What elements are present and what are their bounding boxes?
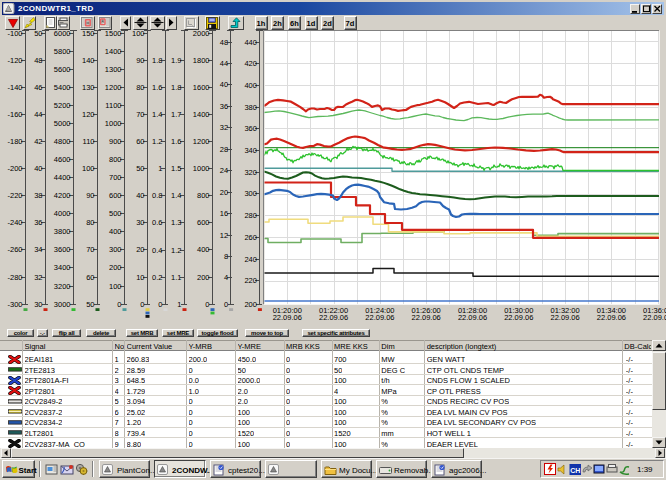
svg-text:8: 8 xyxy=(224,252,228,261)
svg-text:0.6: 0.6 xyxy=(152,218,162,227)
svg-text:-260: -260 xyxy=(7,245,22,254)
svg-text:-100: -100 xyxy=(7,30,22,38)
svg-text:0: 0 xyxy=(224,300,228,309)
svg-text:-300: -300 xyxy=(7,300,22,309)
svg-text:1.2: 1.2 xyxy=(171,246,181,255)
svg-text:1000: 1000 xyxy=(105,119,122,128)
svg-text:3400: 3400 xyxy=(54,263,71,272)
svg-text:2000: 2000 xyxy=(193,30,210,38)
svg-text:1300: 1300 xyxy=(105,65,122,74)
svg-text:400: 400 xyxy=(244,81,257,90)
svg-text:4000: 4000 xyxy=(54,209,71,218)
svg-text:-180: -180 xyxy=(7,137,22,146)
svg-text:6000: 6000 xyxy=(54,30,71,38)
svg-text:10: 10 xyxy=(136,273,144,282)
svg-text:5000: 5000 xyxy=(54,119,71,128)
svg-text:800: 800 xyxy=(109,155,122,164)
svg-text:300: 300 xyxy=(109,245,122,254)
svg-text:50: 50 xyxy=(86,300,94,309)
svg-text:260: 260 xyxy=(244,233,257,242)
svg-text:5800: 5800 xyxy=(54,47,71,56)
svg-text:70: 70 xyxy=(136,110,144,119)
svg-text:1800: 1800 xyxy=(193,56,210,65)
svg-text:3600: 3600 xyxy=(54,245,71,254)
svg-text:4400: 4400 xyxy=(54,173,71,182)
svg-text:-220: -220 xyxy=(7,191,22,200)
svg-text:1200: 1200 xyxy=(193,137,210,146)
svg-text:3800: 3800 xyxy=(54,227,71,236)
svg-text:380: 380 xyxy=(244,103,257,112)
svg-text:90: 90 xyxy=(136,56,144,65)
svg-text:240: 240 xyxy=(244,255,257,264)
svg-text:5600: 5600 xyxy=(54,65,71,74)
svg-text:0.2: 0.2 xyxy=(152,273,162,282)
svg-text:140: 140 xyxy=(82,56,95,65)
svg-text:200: 200 xyxy=(109,263,122,272)
svg-text:48: 48 xyxy=(220,38,228,47)
svg-text:0: 0 xyxy=(158,300,162,309)
svg-text:1: 1 xyxy=(158,164,162,173)
svg-text:4800: 4800 xyxy=(54,137,71,146)
svg-text:100: 100 xyxy=(109,282,122,291)
svg-text:1400: 1400 xyxy=(105,47,122,56)
svg-text:-140: -140 xyxy=(7,83,22,92)
svg-text:42: 42 xyxy=(34,137,42,146)
svg-text:0: 0 xyxy=(140,300,144,309)
svg-text:1.8: 1.8 xyxy=(171,83,181,92)
svg-text:1500: 1500 xyxy=(105,30,122,38)
svg-text:1: 1 xyxy=(177,300,181,309)
svg-text:100: 100 xyxy=(82,164,95,173)
svg-text:100: 100 xyxy=(132,30,145,38)
svg-text:-120: -120 xyxy=(7,56,22,65)
svg-text:38: 38 xyxy=(34,191,42,200)
svg-text:1100: 1100 xyxy=(105,101,121,110)
svg-text:400: 400 xyxy=(109,227,122,236)
svg-text:200: 200 xyxy=(197,273,210,282)
svg-text:50: 50 xyxy=(34,30,42,38)
svg-text:22.09.06: 22.09.06 xyxy=(412,313,441,322)
svg-text:440: 440 xyxy=(244,38,257,47)
svg-text:22.09.06: 22.09.06 xyxy=(458,313,487,322)
svg-text:1.7: 1.7 xyxy=(171,110,181,119)
svg-text:1.4: 1.4 xyxy=(152,110,162,119)
svg-text:340: 340 xyxy=(244,146,257,155)
svg-text:280: 280 xyxy=(244,211,257,220)
svg-text:1.2: 1.2 xyxy=(152,137,162,146)
svg-text:22.09.06: 22.09.06 xyxy=(319,313,348,322)
svg-text:40: 40 xyxy=(136,191,144,200)
svg-text:36: 36 xyxy=(220,102,228,111)
svg-text:-280: -280 xyxy=(7,273,22,282)
svg-text:600: 600 xyxy=(197,218,210,227)
svg-text:1.3: 1.3 xyxy=(171,218,181,227)
svg-text:0.4: 0.4 xyxy=(152,246,162,255)
svg-text:22.09.06: 22.09.06 xyxy=(643,313,666,322)
svg-text:4200: 4200 xyxy=(54,191,71,200)
svg-text:700: 700 xyxy=(109,173,122,182)
svg-text:1200: 1200 xyxy=(105,83,122,92)
svg-text:110: 110 xyxy=(83,137,95,146)
svg-text:0: 0 xyxy=(205,300,209,309)
svg-text:800: 800 xyxy=(197,191,210,200)
svg-text:900: 900 xyxy=(109,137,122,146)
svg-text:22.09.06: 22.09.06 xyxy=(273,313,302,322)
svg-text:48: 48 xyxy=(34,56,42,65)
svg-text:1000: 1000 xyxy=(193,164,210,173)
svg-text:90: 90 xyxy=(86,191,94,200)
svg-text:130: 130 xyxy=(82,83,95,92)
svg-text:500: 500 xyxy=(109,209,122,218)
svg-text:300: 300 xyxy=(244,189,257,198)
svg-text:1400: 1400 xyxy=(193,110,210,119)
svg-text:40: 40 xyxy=(220,80,228,89)
svg-text:400: 400 xyxy=(197,245,210,254)
svg-text:120: 120 xyxy=(82,110,95,119)
svg-text:22.09.06: 22.09.06 xyxy=(550,313,579,322)
svg-text:1.6: 1.6 xyxy=(171,137,181,146)
svg-text:600: 600 xyxy=(109,191,122,200)
svg-text:5400: 5400 xyxy=(54,83,71,92)
svg-text:220: 220 xyxy=(244,276,257,285)
svg-text:0.8: 0.8 xyxy=(152,191,162,200)
svg-text:34: 34 xyxy=(34,245,42,254)
svg-text:200: 200 xyxy=(244,300,257,309)
svg-text:-240: -240 xyxy=(7,218,22,227)
svg-text:0: 0 xyxy=(117,300,121,309)
